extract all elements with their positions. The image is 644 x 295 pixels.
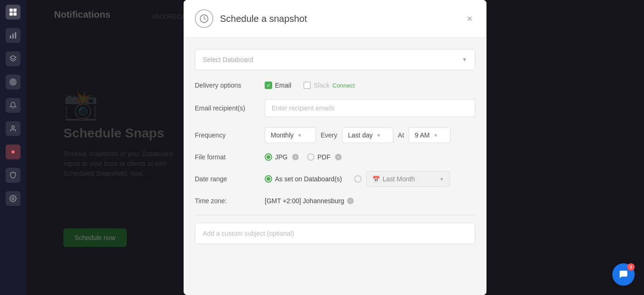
select-databoard-dropdown[interactable]: Select Databoard ▼ xyxy=(195,49,475,70)
frequency-label: Frequency xyxy=(195,131,265,139)
sidebar-icon-shield[interactable] xyxy=(6,168,21,183)
svg-point-13 xyxy=(12,198,14,199)
modal-body: Select Databoard ▼ Delivery options ✓ Em… xyxy=(184,38,486,295)
delivery-options-label: Delivery options xyxy=(195,82,265,89)
last-month-dropdown[interactable]: 📅 Last Month ▼ xyxy=(366,171,450,187)
svg-point-10 xyxy=(13,82,14,83)
lastday-selected: Last day xyxy=(348,131,373,139)
date-range-row: Date range As set on Databoard(s) xyxy=(195,171,475,187)
chat-badge: 2 xyxy=(627,263,635,271)
sidebar-icon-bell[interactable] xyxy=(6,98,21,113)
frequency-controls: Monthly ▼ Every Last day ▼ At 9 AM xyxy=(265,127,475,143)
svg-rect-4 xyxy=(10,35,11,39)
slack-checkbox[interactable] xyxy=(303,82,311,89)
sidebar-icon-user[interactable] xyxy=(6,121,21,136)
sidebar-icon-logo[interactable] xyxy=(6,5,21,20)
sidebar-icon-target[interactable] xyxy=(6,75,21,89)
modal-title: Schedule a snapshot xyxy=(220,14,464,24)
timezone-info-icon[interactable]: i xyxy=(347,198,354,204)
file-format-row: File format JPG i PDF xyxy=(195,153,475,161)
pdf-radio-wrapper[interactable]: PDF xyxy=(307,153,330,161)
email-recipients-controls xyxy=(265,99,475,117)
email-recipients-label: Email recipient(s) xyxy=(195,104,265,112)
every-label: Every xyxy=(321,131,337,139)
sidebar-icon-layers[interactable] xyxy=(6,51,21,66)
check-icon: ✓ xyxy=(267,83,270,88)
timezone-controls: [GMT +2:00] Johannesburg i xyxy=(265,197,475,205)
jpg-label: JPG xyxy=(275,153,288,161)
sidebar-icon-settings[interactable] xyxy=(6,191,21,206)
svg-point-12 xyxy=(12,151,14,153)
lastmonth-radio-wrapper[interactable] xyxy=(354,175,362,183)
schedule-snapshot-modal: Schedule a snapshot Select Databoard ▼ xyxy=(184,0,486,295)
databoard-radio-inner xyxy=(267,177,270,181)
timezone-row: Time zone: [GMT +2:00] Johannesburg i xyxy=(195,197,475,205)
modal-backdrop: Schedule a snapshot Select Databoard ▼ xyxy=(26,0,644,295)
timezone-text: [GMT +2:00] Johannesburg xyxy=(265,197,344,205)
email-label: Email xyxy=(275,82,291,89)
time-selected: 9 AM xyxy=(415,131,430,139)
pdf-info-icon[interactable]: i xyxy=(335,154,342,160)
sidebar-icon-chart[interactable] xyxy=(6,28,21,43)
svg-rect-5 xyxy=(13,34,14,39)
lastmonth-radio[interactable] xyxy=(354,175,362,183)
date-range-label: Date range xyxy=(195,175,265,183)
email-recipients-input[interactable] xyxy=(265,99,475,117)
frequency-row: Frequency Monthly ▼ Every Last day ▼ xyxy=(195,127,475,143)
slack-label: Slack xyxy=(314,82,329,89)
svg-rect-6 xyxy=(15,32,16,38)
svg-point-11 xyxy=(12,126,14,128)
svg-rect-3 xyxy=(14,13,17,16)
frequency-chevron-icon: ▼ xyxy=(297,133,302,138)
jpg-info-icon[interactable]: i xyxy=(292,154,299,160)
sidebar-icon-dot[interactable] xyxy=(6,144,21,159)
slack-connect-link[interactable]: Connect xyxy=(332,82,355,89)
frequency-selected: Monthly xyxy=(271,131,294,139)
at-label: At xyxy=(398,131,404,139)
pdf-radio[interactable] xyxy=(307,153,315,161)
select-databoard-placeholder: Select Databoard xyxy=(203,56,253,63)
custom-subject-input[interactable] xyxy=(195,223,475,244)
sidebar xyxy=(0,0,26,295)
clock-icon xyxy=(195,9,213,28)
email-recipients-row: Email recipient(s) xyxy=(195,99,475,117)
svg-marker-7 xyxy=(10,55,16,59)
jpg-radio-inner xyxy=(267,155,270,159)
databoard-radio[interactable] xyxy=(265,175,272,183)
background-content: Notifications #SCORECAR... 📸 Schedule Sn… xyxy=(26,0,644,295)
timezone-value: [GMT +2:00] Johannesburg i xyxy=(265,197,354,205)
jpg-radio[interactable] xyxy=(265,153,272,161)
svg-rect-0 xyxy=(10,9,13,12)
file-format-label: File format xyxy=(195,153,265,161)
calendar-icon: 📅 xyxy=(372,176,380,183)
lastday-dropdown[interactable]: Last day ▼ xyxy=(342,127,393,143)
file-format-controls: JPG i PDF i xyxy=(265,153,475,161)
chat-bubble[interactable]: 2 xyxy=(612,263,635,286)
modal-header: Schedule a snapshot xyxy=(184,0,486,38)
chevron-down-icon: ▼ xyxy=(462,56,467,63)
svg-rect-2 xyxy=(10,13,13,16)
svg-point-9 xyxy=(11,80,15,84)
databoard-label: As set on Databoard(s) xyxy=(275,175,342,183)
frequency-dropdown[interactable]: Monthly ▼ xyxy=(265,127,316,143)
lastmonth-chevron-icon: ▼ xyxy=(439,177,444,182)
svg-rect-1 xyxy=(14,9,17,12)
lastday-chevron-icon: ▼ xyxy=(377,133,381,138)
time-chevron-icon: ▼ xyxy=(433,133,438,138)
pdf-label: PDF xyxy=(317,153,330,161)
delivery-options-controls: ✓ Email Slack Connect xyxy=(265,82,475,89)
delivery-options-row: Delivery options ✓ Email Slack xyxy=(195,82,475,89)
email-checkbox[interactable]: ✓ xyxy=(265,82,272,89)
slack-checkbox-wrapper[interactable]: Slack Connect xyxy=(303,82,355,89)
timezone-label: Time zone: xyxy=(195,197,265,205)
jpg-radio-wrapper[interactable]: JPG xyxy=(265,153,288,161)
divider xyxy=(195,215,475,215)
time-dropdown[interactable]: 9 AM ▼ xyxy=(409,127,451,143)
close-button[interactable] xyxy=(464,13,475,24)
last-month-label: Last Month xyxy=(383,175,415,183)
databoard-radio-wrapper[interactable]: As set on Databoard(s) xyxy=(265,175,342,183)
date-range-controls: As set on Databoard(s) 📅 Last Month ▼ xyxy=(265,171,475,187)
email-checkbox-wrapper[interactable]: ✓ Email xyxy=(265,82,291,89)
